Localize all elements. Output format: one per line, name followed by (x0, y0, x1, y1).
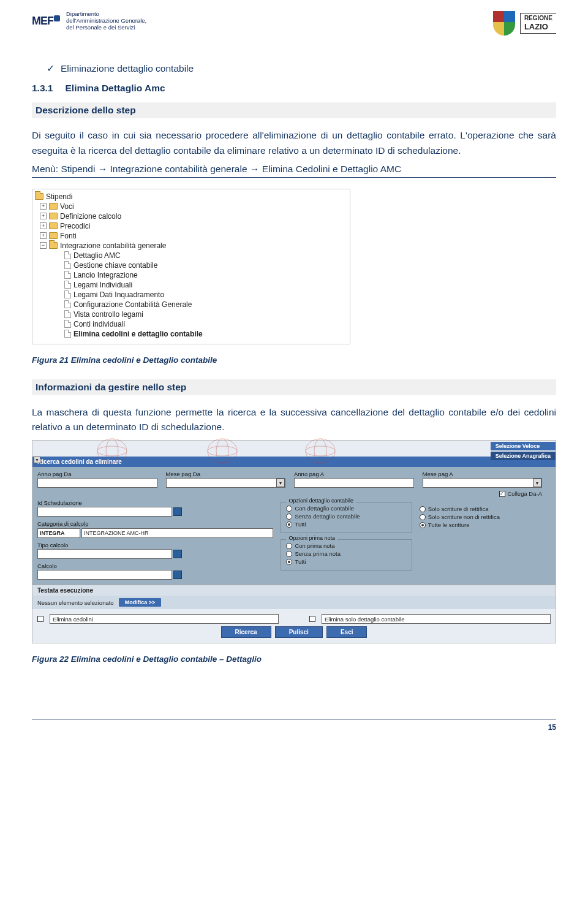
svg-point-7 (314, 439, 326, 463)
modifica-button[interactable]: Modifica >> (119, 598, 162, 607)
figure-21-caption: Figura 21 Elimina cedolini e Dettaglio c… (32, 355, 556, 365)
tree-item[interactable]: Legami Dati Inquadramento (35, 290, 347, 300)
select-mese-a[interactable]: ▾ (423, 478, 543, 488)
chevron-down-icon[interactable]: ▾ (533, 479, 541, 487)
tree-folder[interactable]: +Precodici (35, 221, 347, 231)
heading-descrizione: Descrizione dello step (32, 102, 556, 118)
label-tipo: Tipo calcolo (37, 542, 273, 548)
select-mese-da[interactable]: ▾ (166, 478, 286, 488)
expand-icon[interactable]: + (40, 232, 47, 239)
lazio-block: REGIONE LAZIO (493, 11, 556, 36)
input-anno-da[interactable] (37, 478, 157, 488)
pulisci-button[interactable]: Pulisci (275, 626, 323, 638)
expand-icon[interactable]: + (40, 213, 47, 219)
tree-folder[interactable]: +Voci (35, 202, 347, 211)
tree-item[interactable]: Configurazione Contabilità Generale (35, 300, 347, 309)
globe-decoration-icon (204, 436, 241, 466)
tree-item-selected[interactable]: Elimina cedolini e dettaglio contabile (35, 329, 347, 339)
input-anno-a[interactable] (294, 478, 414, 488)
footer: 15 (32, 719, 556, 719)
lazio-text: REGIONE LAZIO (520, 13, 556, 34)
tree-root[interactable]: Stipendi (35, 192, 347, 202)
fieldset-prima-nota: Opzioni prima nota Con prima nota Senza … (281, 539, 412, 571)
globe-decoration-icon (302, 436, 339, 466)
chevron-down-icon[interactable]: ▾ (276, 479, 285, 487)
tree-item[interactable]: Dettaglio AMC (35, 251, 347, 260)
tree-item[interactable]: Gestione chiave contabile (35, 260, 347, 270)
folder-icon (49, 232, 58, 239)
categoria-desc: INTEGRAZIONE AMC-HR (81, 528, 273, 538)
label-anno-da: Anno pag Da (37, 471, 157, 477)
page-icon (64, 320, 71, 328)
paragraph-2: La maschera di questa funzione permette … (32, 405, 556, 436)
folder-icon (49, 203, 58, 210)
label-categoria: Categoria di calcolo (37, 520, 273, 527)
dropdown-toggle-icon[interactable]: ▼ (34, 457, 40, 463)
radio-con-prima[interactable] (286, 543, 292, 549)
input-calcolo[interactable] (37, 570, 172, 580)
page-icon (64, 290, 71, 298)
radio-tutte-scritture[interactable] (420, 522, 426, 528)
svg-point-2 (97, 446, 127, 456)
svg-point-4 (216, 439, 228, 463)
svg-point-1 (106, 439, 118, 463)
radio-con-dettaglio[interactable] (286, 506, 292, 512)
checkbox-elimina-dettaglio[interactable] (309, 616, 315, 622)
tree-screenshot: Stipendi +Voci +Definizione calcolo +Pre… (32, 189, 350, 344)
tree-folder[interactable]: +Fonti (35, 231, 347, 241)
label-elimina-dettaglio: Elimina solo dettaglio contabile (322, 614, 551, 624)
radio-senza-prima[interactable] (286, 551, 292, 557)
page-icon (64, 281, 71, 289)
mef-logo: MEF (32, 15, 60, 28)
tree-item[interactable]: Legami Individuali (35, 280, 347, 290)
tab-selezione-anagrafica[interactable]: Selezione Anagrafica (491, 452, 556, 460)
lookup-button[interactable] (173, 550, 182, 558)
expand-icon[interactable]: + (40, 222, 47, 229)
radio-solo-rettifica[interactable] (420, 506, 426, 512)
input-idsched[interactable] (37, 507, 172, 517)
page-icon (64, 330, 71, 338)
page-icon (64, 300, 71, 308)
checkmark-icon: ✓ (47, 63, 55, 74)
radio-non-rettifica[interactable] (420, 514, 426, 520)
svg-point-8 (306, 446, 335, 456)
page-number: 15 (548, 723, 556, 730)
folder-icon (49, 222, 58, 229)
form-screenshot: ▼ Selezione Veloce Selezione Anagrafica … (32, 440, 556, 643)
checkbox-elimina-cedolini[interactable] (37, 616, 43, 622)
ricerca-button[interactable]: Ricerca (221, 626, 271, 638)
input-tipo[interactable] (37, 549, 172, 559)
folder-icon (49, 213, 58, 219)
label-mese-da: Mese pag Da (166, 471, 286, 477)
tree-item[interactable]: Conti individuali (35, 319, 347, 329)
esci-button[interactable]: Esci (326, 626, 368, 638)
checkbox-collega[interactable]: ✓ (499, 491, 505, 497)
label-calcolo: Calcolo (37, 563, 273, 569)
testata-row: Nessun elemento selezionato Modifica >> (32, 596, 556, 609)
fieldset-dettaglio: Opzioni dettaglio contabile Con dettagli… (281, 502, 412, 533)
label-collega: Collega Da-A (508, 490, 543, 497)
menu-path: Menù: Stipendi → Integrazione contabilit… (32, 164, 556, 178)
tab-selezione-veloce[interactable]: Selezione Veloce (491, 442, 556, 450)
tree-item[interactable]: Lancio Integrazione (35, 270, 347, 280)
tree-folder-open[interactable]: −Integrazione contabilità generale (35, 241, 347, 251)
label-idsched: Id Schedulazione (37, 499, 273, 506)
page-icon (64, 271, 71, 279)
radio-tutti-dett[interactable] (286, 521, 292, 528)
expand-icon[interactable]: + (40, 203, 47, 210)
page-icon (64, 310, 71, 318)
radio-senza-dettaglio[interactable] (286, 514, 292, 520)
tree-folder[interactable]: +Definizione calcolo (35, 211, 347, 221)
document-header: MEF Dipartimento dell'Amministrazione Ge… (32, 11, 556, 48)
svg-point-6 (306, 439, 335, 463)
figure-22-caption: Figura 22 Elimina cedolini e Dettaglio c… (32, 654, 556, 664)
paragraph-1: Di seguito il caso in cui sia necessario… (32, 128, 556, 159)
collapse-icon[interactable]: − (40, 242, 47, 249)
lookup-button[interactable] (173, 507, 182, 516)
categoria-code[interactable]: INTEGRA (37, 528, 80, 538)
page-icon (64, 251, 71, 259)
lazio-shield-icon (493, 11, 515, 36)
radio-tutti-prima[interactable] (286, 559, 292, 565)
lookup-button[interactable] (173, 571, 182, 579)
tree-item[interactable]: Vista controllo legami (35, 309, 347, 319)
